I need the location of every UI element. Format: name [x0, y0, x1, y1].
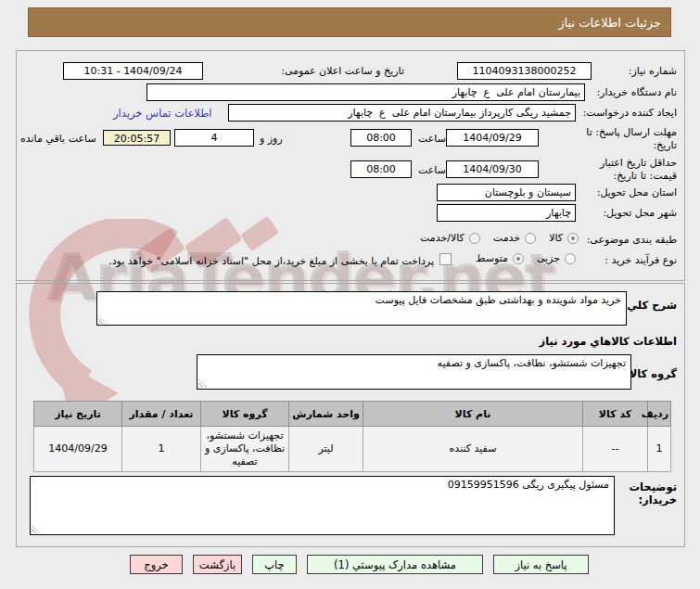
general-desc-field: خرید مواد شوینده و بهداشتی طبق مشخصات فا…	[96, 291, 627, 326]
goods-table-header-row: ردیف کد کالا نام کالا واحد شمارش گروه کا…	[34, 402, 671, 427]
radio-option-goods[interactable]: کالا	[549, 232, 579, 244]
request-creator-label: ایجاد کننده درخواست:	[583, 107, 677, 119]
cell-row-number: 1	[648, 427, 671, 472]
announce-datetime-label: تاریخ و ساعت اعلان عمومی:	[281, 65, 404, 77]
col-goods-code: کد کالا	[583, 402, 648, 427]
radio-icon[interactable]	[469, 233, 480, 244]
print-button[interactable]: چاپ	[252, 555, 297, 574]
cell-quantity: 1	[122, 427, 201, 472]
province-input[interactable]	[437, 184, 576, 201]
price-validity-hour-label: ساعت	[418, 164, 446, 176]
need-number-label: شماره نیاز:	[629, 65, 677, 77]
price-validity-label: حداقل تاریخ اعتبار قیمت: تا تاریخ:	[573, 157, 677, 183]
buyer-org-label: نام دستگاه خریدار:	[596, 86, 677, 98]
radio-option-goods-service[interactable]: کالا/خدمت	[420, 232, 480, 244]
reply-deadline-hour-label: ساعت	[418, 133, 446, 145]
reply-deadline-label: مهلت ارسال پاسخ: تا تاریخ:	[581, 126, 677, 152]
goods-section-title: اطلاعات کالاهاي مورد نیاز	[540, 335, 677, 348]
page-title: جزئیات اطلاعات نیاز	[28, 7, 671, 37]
table-row: 1 -- سفید کننده لیتر تجهیزات شستشو، نظاف…	[34, 427, 671, 472]
province-label: استان محل تحویل:	[597, 186, 677, 198]
buyer-notes-textarea[interactable]: مسئول پیگیری ریگی 09159951596	[30, 476, 615, 535]
remaining-hours-label: ساعت باقي مانده	[20, 133, 96, 145]
process-type-options: جزیی متوسط	[476, 252, 576, 264]
cell-count-unit: لیتر	[289, 427, 363, 472]
radio-label: جزیی	[537, 252, 560, 264]
radio-icon[interactable]	[525, 233, 536, 244]
radio-option-partial[interactable]: جزیی	[537, 252, 576, 264]
col-need-date: تاریخ نیاز	[34, 402, 122, 427]
city-input[interactable]	[437, 204, 576, 222]
remaining-days-label: روز و	[260, 133, 283, 145]
col-row-number: ردیف	[648, 402, 671, 427]
treasury-checkbox-label: پرداخت تمام یا بخشی از مبلغ خرید،از محل …	[108, 255, 434, 267]
buyer-notes-label: توضیحات خریدار:	[619, 480, 677, 506]
goods-group-label: گروه کالا:	[625, 367, 677, 380]
cell-need-date: 1404/09/29	[34, 427, 122, 472]
price-validity-date-input[interactable]	[446, 160, 539, 178]
radio-option-service[interactable]: خدمت	[493, 232, 536, 244]
general-desc-textarea[interactable]: خرید مواد شوینده و بهداشتی طبق مشخصات فا…	[96, 291, 627, 326]
radio-label: خدمت	[493, 232, 520, 244]
city-label: شهر محل تحویل:	[603, 207, 677, 219]
cell-goods-name: سفید کننده	[363, 427, 583, 472]
remaining-time-value: 20:05:57	[103, 130, 171, 146]
view-attachments-button[interactable]: مشاهده مدارک پیوستي (1)	[307, 555, 483, 574]
treasury-checkbox[interactable]	[439, 253, 452, 265]
announce-datetime-input[interactable]	[63, 62, 203, 80]
subject-class-label: طبقه بندی موضوعی:	[587, 234, 677, 246]
buyer-notes-field: مسئول پیگیری ریگی 09159951596	[30, 476, 615, 535]
need-number-input[interactable]	[457, 62, 592, 80]
process-type-label: نوع فرآیند خرید :	[605, 254, 677, 266]
need-info-groupbox: شماره نیاز: تاریخ و ساعت اعلان عمومی: نا…	[16, 50, 685, 281]
goods-info-groupbox: شرح کلي نیاز: خرید مواد شوینده و بهداشتی…	[16, 283, 685, 547]
remaining-days-input[interactable]	[174, 129, 254, 147]
price-validity-time-input[interactable]	[350, 160, 412, 178]
col-goods-name: نام کالا	[363, 402, 583, 427]
reply-deadline-time-input[interactable]	[350, 129, 412, 147]
goods-group-textarea[interactable]: تجهیزات شستشو، نظافت، پاکسازی و تصفیه	[197, 354, 631, 390]
radio-icon[interactable]	[513, 253, 524, 264]
subject-class-options: کالا خدمت کالا/خدمت	[420, 232, 579, 244]
col-goods-group: گروه کالا	[201, 402, 289, 427]
radio-option-medium[interactable]: متوسط	[476, 252, 524, 264]
respond-to-need-button[interactable]: پاسخ به نیاز	[493, 555, 589, 574]
radio-label: متوسط	[476, 252, 508, 264]
back-button[interactable]: بازگشت	[193, 555, 242, 574]
cell-goods-code: --	[583, 427, 648, 472]
exit-button[interactable]: خروج	[130, 555, 183, 574]
need-details-page: AriaTender.net جزئیات اطلاعات نیاز شماره…	[0, 0, 700, 589]
cell-goods-group: تجهیزات شستشو، نظافت، پاکسازی و تصفیه	[201, 427, 289, 472]
radio-label: کالا	[549, 232, 563, 244]
buyer-contact-link[interactable]: اطلاعات تماس خریدار	[113, 107, 212, 120]
radio-label: کالا/خدمت	[420, 232, 465, 244]
col-quantity: تعداد / مقدار	[122, 402, 201, 427]
col-count-unit: واحد شمارش	[289, 402, 363, 427]
request-creator-input[interactable]	[228, 104, 576, 122]
action-button-bar: پاسخ به نیاز مشاهده مدارک پیوستي (1) چاپ…	[0, 555, 700, 574]
radio-icon[interactable]	[565, 253, 576, 264]
goods-group-field: تجهیزات شستشو، نظافت، پاکسازی و تصفیه	[197, 354, 631, 390]
goods-table: ردیف کد کالا نام کالا واحد شمارش گروه کا…	[33, 401, 671, 472]
buyer-org-input[interactable]	[146, 83, 585, 101]
radio-icon[interactable]	[567, 233, 579, 244]
reply-deadline-date-input[interactable]	[446, 129, 539, 147]
